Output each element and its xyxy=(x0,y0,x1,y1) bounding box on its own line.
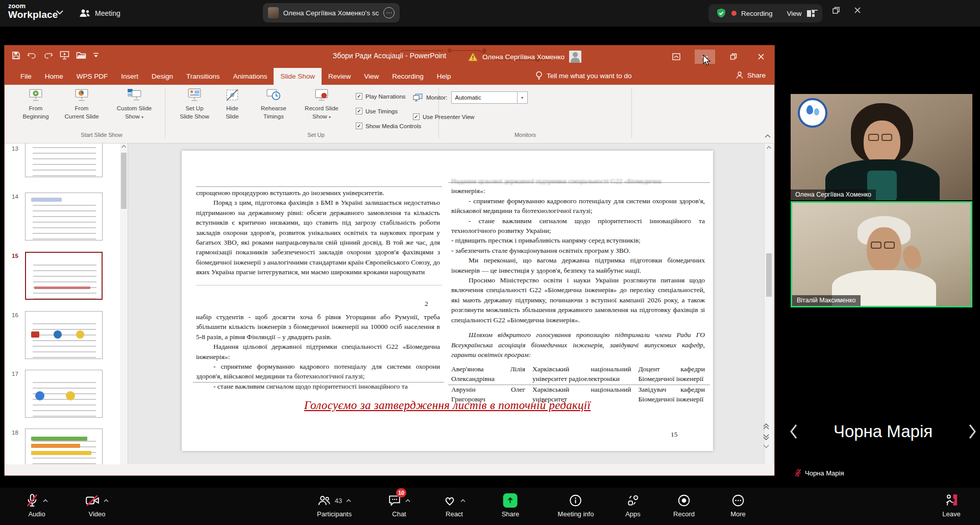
slide-text-col2: Надання цільової державної підтримки спе… xyxy=(451,176,705,405)
ribbon: FromBeginning FromCurrent Slide Custom S… xyxy=(5,85,774,144)
tell-me-box[interactable]: Tell me what you want to do xyxy=(535,71,632,81)
record-slide-show-button[interactable]: Record SlideShow ▾ xyxy=(297,88,347,121)
tab-transitions[interactable]: Transitions xyxy=(180,68,227,85)
ribbon-display-options-icon[interactable] xyxy=(666,50,687,64)
tab-insert[interactable]: Insert xyxy=(114,68,145,85)
video-button[interactable]: Video xyxy=(85,492,109,518)
chat-unread-badge: 10 xyxy=(396,488,406,497)
video-options-icon[interactable] xyxy=(104,499,109,503)
apps-button[interactable]: Apps xyxy=(625,492,641,518)
monitor-dropdown[interactable]: Automatic ▾ xyxy=(451,91,528,104)
set-up-slide-show-button[interactable]: Set UpSlide Show xyxy=(173,88,216,121)
active-speaker-label: Чорна Марія xyxy=(794,469,844,477)
video-tile-participant-2-active-speaker[interactable]: Віталій Максименко xyxy=(791,201,972,307)
account-name: Олена Сергіївна Хоменко xyxy=(482,53,565,61)
previous-slide-button[interactable] xyxy=(763,423,773,430)
meeting-tab[interactable]: Meeting xyxy=(79,5,120,21)
tab-wps-pdf[interactable]: WPS PDF xyxy=(70,68,115,85)
slide-thumbnail-13[interactable]: 13 xyxy=(5,144,128,178)
thumbnail-scrollbar[interactable] xyxy=(120,144,128,464)
participants-count: 43 xyxy=(335,497,342,505)
slide-scrollbar[interactable] xyxy=(764,144,773,464)
tab-options-icon[interactable]: ⋯ xyxy=(383,7,395,18)
use-presenter-view-checkbox[interactable]: ✓Use Presenter View xyxy=(413,113,474,120)
tab-recording[interactable]: Recording xyxy=(385,68,430,85)
chat-button[interactable]: 10 Chat xyxy=(388,492,410,518)
share-screen-button[interactable]: Share xyxy=(502,492,520,518)
react-button[interactable]: React xyxy=(443,492,465,518)
from-current-slide-button[interactable]: FromCurrent Slide xyxy=(58,88,106,121)
collapse-ribbon-icon[interactable] xyxy=(765,134,771,138)
close-window-button[interactable] xyxy=(853,6,862,14)
record-slide-show-icon xyxy=(297,88,347,102)
from-current-slide-icon xyxy=(58,88,106,102)
muted-mic-icon xyxy=(26,493,39,508)
record-button[interactable]: Record xyxy=(673,492,695,518)
audio-options-icon[interactable] xyxy=(43,499,48,503)
apps-icon xyxy=(626,494,640,507)
previous-participant-icon[interactable] xyxy=(786,424,801,439)
from-beginning-button[interactable]: FromBeginning xyxy=(16,88,56,121)
slide-thumbnail-17[interactable]: 17 xyxy=(5,370,128,419)
participants-button[interactable]: 43 Participants xyxy=(317,492,352,518)
play-narrations-checkbox[interactable]: ✓Play Narrations xyxy=(356,93,406,100)
ppt-share-button[interactable]: Share xyxy=(736,71,766,79)
tab-review[interactable]: Review xyxy=(322,68,357,85)
tab-help[interactable]: Help xyxy=(430,68,458,85)
tab-view[interactable]: View xyxy=(357,68,385,85)
scroll-up-icon[interactable] xyxy=(120,144,128,150)
chat-options-icon[interactable] xyxy=(405,499,410,503)
warning-icon xyxy=(468,53,478,61)
slide-canvas[interactable]: спрощеною процедурою вступають до інозем… xyxy=(182,151,713,451)
rehearse-timings-icon xyxy=(254,88,293,102)
tab-slide-show[interactable]: Slide Show xyxy=(274,68,322,85)
tab-file[interactable]: File xyxy=(14,68,38,85)
custom-slide-show-button[interactable]: Custom SlideShow ▾ xyxy=(108,88,161,121)
video-tile-participant-1[interactable]: Олена Сергіївна Хоменко xyxy=(791,94,972,200)
chevron-down-icon[interactable] xyxy=(56,10,63,15)
slide-thumbnail-14[interactable]: 14 xyxy=(5,193,128,242)
more-button[interactable]: More xyxy=(730,492,746,518)
restore-window-button[interactable] xyxy=(832,6,840,14)
video-off-icon xyxy=(85,494,100,507)
slide-thumbnail-18[interactable]: 18 xyxy=(5,428,128,464)
meeting-info-button[interactable]: Meeting info xyxy=(558,492,594,518)
tab-animations[interactable]: Animations xyxy=(227,68,274,85)
audio-button[interactable]: Audio xyxy=(26,492,48,518)
muted-mic-icon xyxy=(794,469,802,477)
shared-screen-tab[interactable]: Олена Сергіївна Хоменко's scre ⋯ xyxy=(263,3,400,22)
tab-design[interactable]: Design xyxy=(145,68,180,85)
ppt-workspace: 13 14 15 16 17 18 xyxy=(5,144,774,464)
group-label-start-slide-show: Start Slide Show xyxy=(35,132,168,138)
monitor-dropdown-value: Automatic xyxy=(452,94,517,101)
show-media-controls-checkbox[interactable]: ✓Show Media Controls xyxy=(356,123,421,129)
next-slide-button[interactable] xyxy=(763,434,773,441)
security-shield-icon[interactable] xyxy=(716,7,727,19)
participant-name-label: Віталій Максименко xyxy=(792,295,861,306)
participants-options-icon[interactable] xyxy=(346,499,351,503)
rehearse-timings-button[interactable]: RehearseTimings xyxy=(254,88,293,121)
powerpoint-window: Збори Ради Асоціації - PowerPoint Олена … xyxy=(4,45,775,476)
ppt-close-button[interactable] xyxy=(751,50,771,64)
slide-thumbnail-15-selected[interactable]: 15 xyxy=(5,252,128,301)
ppt-maximize-button[interactable] xyxy=(723,50,744,64)
share-person-icon xyxy=(736,71,744,79)
participant-name-label: Олена Сергіївна Хоменко xyxy=(791,189,876,200)
scroll-up-icon[interactable] xyxy=(765,145,773,151)
use-timings-checkbox[interactable]: ✓Use Timings xyxy=(356,108,398,114)
minimize-window-button[interactable] xyxy=(811,6,819,14)
share-screen-icon xyxy=(503,493,518,508)
spotlight-participant-name: Чорна Марія xyxy=(801,422,965,441)
leave-button[interactable]: Leave xyxy=(942,492,960,518)
leave-icon xyxy=(944,493,959,508)
set-up-slide-show-icon xyxy=(173,88,216,102)
hide-slide-button[interactable]: HideSlide xyxy=(218,88,247,121)
react-options-icon[interactable] xyxy=(460,499,465,503)
slide-thumbnail-16[interactable]: 16 xyxy=(5,311,128,360)
scroll-down-icon[interactable] xyxy=(763,444,773,449)
monitor-dropdown-arrow-icon[interactable]: ▾ xyxy=(517,92,527,103)
view-button-label[interactable]: View xyxy=(787,10,802,17)
next-participant-icon[interactable] xyxy=(965,424,980,439)
tab-home[interactable]: Home xyxy=(38,68,70,85)
account-area[interactable]: Олена Сергіївна Хоменко xyxy=(468,51,581,63)
